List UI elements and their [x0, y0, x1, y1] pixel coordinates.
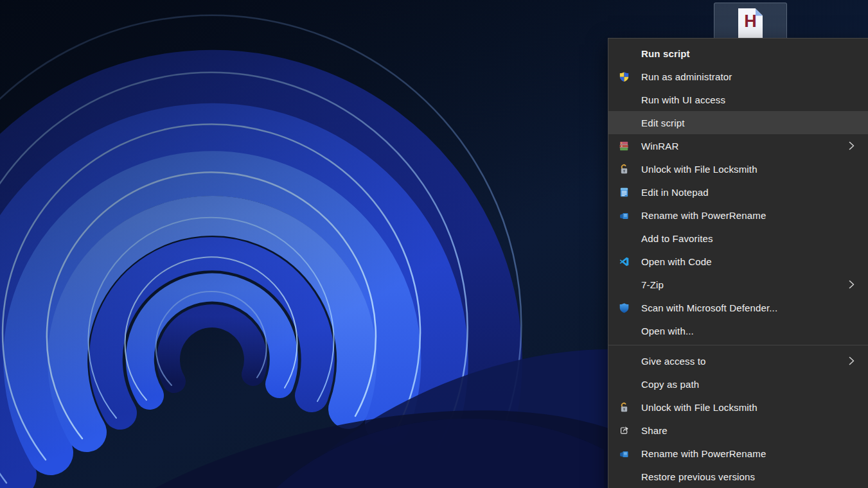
- menu-item-label: Scan with Microsoft Defender...: [641, 302, 777, 313]
- menu-item-restore-previous-versions[interactable]: Restore previous versions: [608, 465, 868, 488]
- desktop-file-icon[interactable]: H: [714, 3, 787, 41]
- menu-item-icon: [619, 326, 630, 336]
- menu-item-icon: [619, 279, 630, 290]
- menu-item-scan-with-microsoft-defender[interactable]: Scan with Microsoft Defender...: [608, 296, 868, 319]
- menu-item-label: Open with...: [641, 326, 694, 336]
- notepad-icon: [619, 187, 630, 198]
- menu-item-icon: [619, 48, 630, 59]
- menu-item-label: Unlock with File Locksmith: [641, 402, 757, 413]
- powerrename-icon: [619, 448, 630, 459]
- uac-shield-icon: [619, 71, 630, 82]
- menu-item-run-script[interactable]: Run script: [608, 42, 868, 65]
- menu-item-label: Give access to: [641, 356, 705, 367]
- menu-item-label: Edit in Notepad: [641, 187, 709, 198]
- menu-item-rename-with-powerrename[interactable]: Rename with PowerRename: [608, 204, 868, 227]
- powerrename-icon: [619, 210, 630, 221]
- menu-item-label: Run as administrator: [641, 71, 732, 82]
- menu-item-label: Open with Code: [641, 256, 712, 267]
- menu-separator: [608, 345, 868, 345]
- menu-item-icon: [619, 356, 630, 367]
- locksmith-lock-icon: [619, 402, 630, 413]
- menu-item-label: Run with UI access: [641, 94, 725, 105]
- menu-item-label: Restore previous versions: [641, 471, 755, 482]
- context-menu-list: Run script Run as administrator Run with…: [608, 42, 868, 488]
- menu-item-label: Unlock with File Locksmith: [641, 164, 757, 175]
- menu-item-label: 7-Zip: [641, 279, 664, 290]
- menu-item-icon: [619, 94, 630, 105]
- menu-item-icon: [619, 471, 630, 482]
- menu-item-label: Copy as path: [641, 379, 699, 390]
- menu-item-icon: [619, 379, 630, 390]
- menu-item-winrar[interactable]: WinRAR: [608, 134, 868, 157]
- menu-item-icon: [619, 118, 630, 128]
- script-file-icon: H: [738, 8, 763, 39]
- vscode-icon: [619, 256, 630, 267]
- menu-item-label: WinRAR: [641, 141, 678, 152]
- winrar-icon: [619, 141, 630, 152]
- menu-item-label: Rename with PowerRename: [641, 210, 766, 221]
- menu-item-give-access-to[interactable]: Give access to: [608, 349, 868, 372]
- menu-item-unlock-with-file-locksmith[interactable]: Unlock with File Locksmith: [608, 396, 868, 419]
- menu-item-open-with[interactable]: Open with...: [608, 319, 868, 342]
- share-icon: [619, 425, 630, 436]
- menu-item-edit-in-notepad[interactable]: Edit in Notepad: [608, 180, 868, 204]
- menu-item-rename-with-powerrename[interactable]: Rename with PowerRename: [608, 442, 868, 465]
- menu-item-run-as-administrator[interactable]: Run as administrator: [608, 65, 868, 88]
- chevron-right-icon: [849, 141, 855, 150]
- menu-item-add-to-favorites[interactable]: Add to Favorites: [608, 227, 868, 250]
- menu-item-open-with-code[interactable]: Open with Code: [608, 250, 868, 273]
- menu-item-edit-script[interactable]: Edit script: [608, 111, 868, 134]
- menu-item-share[interactable]: Share: [608, 419, 868, 442]
- context-menu: Run script Run as administrator Run with…: [608, 38, 868, 488]
- chevron-right-icon: [849, 356, 855, 365]
- file-icon-letter: H: [738, 13, 763, 30]
- chevron-right-icon: [849, 280, 855, 289]
- locksmith-lock-icon: [619, 164, 630, 175]
- defender-shield-icon: [619, 302, 630, 313]
- menu-item-label: Add to Favorites: [641, 233, 713, 244]
- menu-item-label: Edit script: [641, 118, 685, 128]
- menu-item-unlock-with-file-locksmith[interactable]: Unlock with File Locksmith: [608, 157, 868, 180]
- menu-item-icon: [619, 233, 630, 244]
- menu-item-label: Share: [641, 425, 668, 436]
- menu-item-label: Run script: [641, 48, 690, 59]
- menu-item-run-with-ui-access[interactable]: Run with UI access: [608, 88, 868, 111]
- menu-item-label: Rename with PowerRename: [641, 448, 766, 459]
- menu-item-7-zip[interactable]: 7-Zip: [608, 273, 868, 296]
- menu-item-copy-as-path[interactable]: Copy as path: [608, 372, 868, 396]
